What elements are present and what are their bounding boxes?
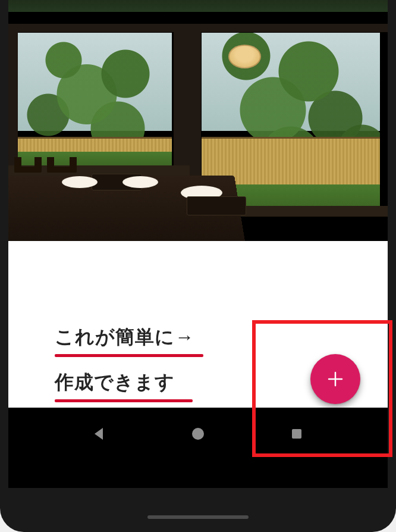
home-indicator	[147, 515, 249, 519]
status-bar	[8, 0, 388, 12]
underline-1	[55, 354, 203, 357]
phone-frame: これが簡単に→ 作成できます	[0, 0, 396, 532]
nav-recent-button[interactable]	[288, 425, 305, 445]
fab-add-button[interactable]	[310, 354, 360, 404]
svg-point-2	[192, 428, 204, 440]
nav-back-button[interactable]	[91, 425, 108, 445]
annotation-line-1: これが簡単に→	[55, 324, 203, 357]
annotation-text-1: これが簡単に→	[55, 324, 203, 351]
annotation-line-2: 作成できます	[55, 370, 193, 402]
svg-rect-3	[292, 429, 301, 439]
hero-image	[8, 12, 388, 241]
android-nav-bar	[8, 408, 388, 488]
content-area: これが簡単に→ 作成できます	[8, 241, 388, 408]
screen: これが簡単に→ 作成できます	[8, 0, 388, 488]
annotation-text-2: 作成できます	[55, 370, 193, 396]
nav-home-button[interactable]	[190, 425, 206, 445]
underline-2	[55, 399, 193, 402]
plus-icon	[327, 371, 344, 387]
